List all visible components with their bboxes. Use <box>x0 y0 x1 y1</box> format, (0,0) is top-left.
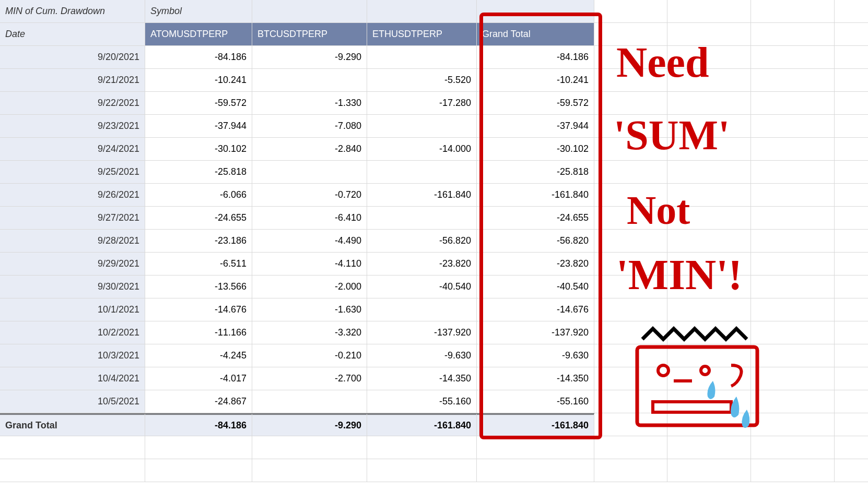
pivot-value-cell[interactable]: -14.676 <box>145 298 252 321</box>
empty-cell[interactable] <box>751 321 835 344</box>
empty-cell[interactable] <box>667 344 751 367</box>
pivot-value-cell[interactable]: -23.820 <box>477 253 594 276</box>
pivot-table[interactable]: MIN of Cum. DrawdownSymbolDateATOMUSDTPE… <box>0 0 868 482</box>
pivot-header-blank[interactable] <box>252 0 367 23</box>
pivot-grand-total-value-1[interactable]: -9.290 <box>252 413 367 436</box>
pivot-value-cell[interactable]: -2.700 <box>252 367 367 390</box>
empty-cell[interactable] <box>835 138 868 161</box>
pivot-row-date-6[interactable]: 9/26/2021 <box>0 184 145 207</box>
pivot-value-cell[interactable] <box>252 69 367 92</box>
empty-cell[interactable] <box>667 138 751 161</box>
empty-cell[interactable] <box>835 69 868 92</box>
pivot-row-date-12[interactable]: 10/2/2021 <box>0 321 145 344</box>
pivot-value-cell[interactable]: -84.186 <box>477 46 594 69</box>
empty-cell[interactable] <box>667 367 751 390</box>
empty-cell[interactable] <box>835 459 868 482</box>
empty-cell[interactable] <box>667 276 751 298</box>
empty-cell[interactable] <box>835 92 868 115</box>
empty-cell[interactable] <box>667 46 751 69</box>
pivot-value-cell[interactable] <box>367 161 477 184</box>
empty-cell[interactable] <box>594 436 667 459</box>
empty-cell[interactable] <box>0 436 145 459</box>
pivot-value-cell[interactable]: -4.245 <box>145 344 252 367</box>
empty-cell[interactable] <box>477 436 594 459</box>
pivot-value-cell[interactable]: -14.676 <box>477 298 594 321</box>
empty-cell[interactable] <box>594 138 667 161</box>
pivot-value-cell[interactable]: -137.920 <box>477 321 594 344</box>
pivot-value-cell[interactable]: -10.241 <box>145 69 252 92</box>
pivot-value-cell[interactable]: -1.630 <box>252 298 367 321</box>
empty-cell[interactable] <box>0 459 145 482</box>
empty-cell[interactable] <box>367 436 477 459</box>
pivot-value-cell[interactable]: -13.566 <box>145 276 252 298</box>
empty-cell[interactable] <box>594 0 667 23</box>
pivot-value-cell[interactable]: -6.511 <box>145 253 252 276</box>
pivot-value-cell[interactable]: -7.080 <box>252 115 367 138</box>
empty-cell[interactable] <box>145 459 252 482</box>
empty-cell[interactable] <box>667 321 751 344</box>
empty-cell[interactable] <box>594 298 667 321</box>
pivot-value-cell[interactable]: -0.720 <box>252 184 367 207</box>
pivot-value-cell[interactable]: -23.820 <box>367 253 477 276</box>
pivot-row-date-14[interactable]: 10/4/2021 <box>0 367 145 390</box>
empty-cell[interactable] <box>751 459 835 482</box>
pivot-row-date-4[interactable]: 9/24/2021 <box>0 138 145 161</box>
pivot-row-date-13[interactable]: 10/3/2021 <box>0 344 145 367</box>
pivot-value-cell[interactable]: -2.840 <box>252 138 367 161</box>
pivot-row-date-11[interactable]: 10/1/2021 <box>0 298 145 321</box>
empty-cell[interactable] <box>252 436 367 459</box>
pivot-value-cell[interactable]: -14.350 <box>367 367 477 390</box>
pivot-value-cell[interactable]: -59.572 <box>477 92 594 115</box>
empty-cell[interactable] <box>751 92 835 115</box>
pivot-value-cell[interactable]: -11.166 <box>145 321 252 344</box>
pivot-value-cell[interactable]: -37.944 <box>145 115 252 138</box>
pivot-value-cell[interactable]: -25.818 <box>477 161 594 184</box>
pivot-value-cell[interactable] <box>252 161 367 184</box>
pivot-value-cell[interactable]: -4.490 <box>252 230 367 253</box>
pivot-value-cell[interactable]: -137.920 <box>367 321 477 344</box>
pivot-value-cell[interactable] <box>367 115 477 138</box>
empty-cell[interactable] <box>667 459 751 482</box>
empty-cell[interactable] <box>594 69 667 92</box>
empty-cell[interactable] <box>594 344 667 367</box>
empty-cell[interactable] <box>594 413 667 436</box>
pivot-value-cell[interactable]: -30.102 <box>145 138 252 161</box>
empty-cell[interactable] <box>835 298 868 321</box>
empty-cell[interactable] <box>835 230 868 253</box>
pivot-value-cell[interactable] <box>367 207 477 230</box>
empty-cell[interactable] <box>667 207 751 230</box>
pivot-row-date-5[interactable]: 9/25/2021 <box>0 161 145 184</box>
empty-cell[interactable] <box>594 184 667 207</box>
pivot-header-blank[interactable] <box>477 0 594 23</box>
empty-cell[interactable] <box>751 298 835 321</box>
empty-cell[interactable] <box>751 230 835 253</box>
empty-cell[interactable] <box>835 413 868 436</box>
pivot-value-cell[interactable]: -10.241 <box>477 69 594 92</box>
pivot-col-header-2[interactable]: ETHUSDTPERP <box>367 23 477 46</box>
empty-cell[interactable] <box>751 69 835 92</box>
empty-cell[interactable] <box>835 207 868 230</box>
pivot-value-cell[interactable]: -59.572 <box>145 92 252 115</box>
pivot-row-date-15[interactable]: 10/5/2021 <box>0 390 145 413</box>
pivot-grand-total-value-2[interactable]: -161.840 <box>367 413 477 436</box>
empty-cell[interactable] <box>751 436 835 459</box>
empty-cell[interactable] <box>751 413 835 436</box>
pivot-value-cell[interactable]: -161.840 <box>477 184 594 207</box>
pivot-grand-total-value-0[interactable]: -84.186 <box>145 413 252 436</box>
pivot-row-date-1[interactable]: 9/21/2021 <box>0 69 145 92</box>
pivot-value-cell[interactable] <box>367 46 477 69</box>
pivot-value-cell[interactable] <box>367 298 477 321</box>
pivot-value-cell[interactable]: -56.820 <box>367 230 477 253</box>
pivot-value-cell[interactable]: -14.000 <box>367 138 477 161</box>
pivot-value-cell[interactable]: -24.655 <box>145 207 252 230</box>
pivot-value-cell[interactable]: -14.350 <box>477 367 594 390</box>
empty-cell[interactable] <box>751 161 835 184</box>
pivot-value-cell[interactable]: -40.540 <box>477 276 594 298</box>
empty-cell[interactable] <box>594 321 667 344</box>
pivot-value-cell[interactable]: -40.540 <box>367 276 477 298</box>
empty-cell[interactable] <box>667 413 751 436</box>
pivot-row-date-2[interactable]: 9/22/2021 <box>0 92 145 115</box>
empty-cell[interactable] <box>667 230 751 253</box>
empty-cell[interactable] <box>751 23 835 46</box>
empty-cell[interactable] <box>835 184 868 207</box>
